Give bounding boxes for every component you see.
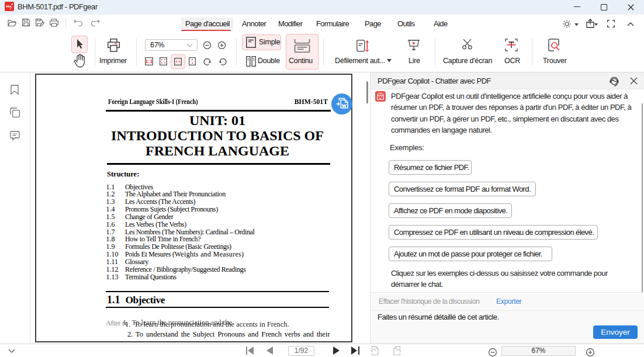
svg-text:1:1: 1:1: [146, 58, 153, 64]
